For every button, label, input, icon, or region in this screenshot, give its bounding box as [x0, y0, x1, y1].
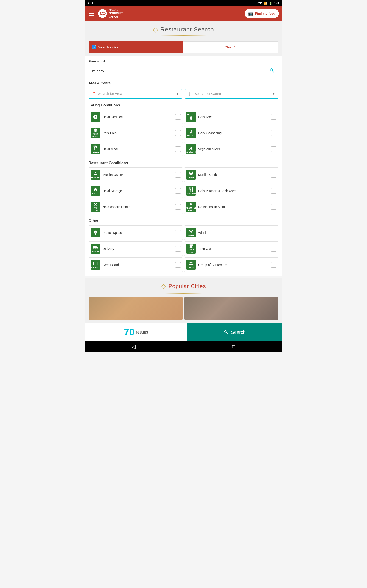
wifi-label: Wi-Fi [198, 231, 271, 234]
hamburger-line-1 [89, 12, 94, 12]
clear-all-button[interactable]: Clear All [183, 41, 278, 53]
condition-take-out[interactable]: TAKE OUT Take Out ✓ [184, 242, 278, 256]
search-button-icon [224, 330, 229, 335]
search-icon [269, 68, 275, 73]
popular-underline [165, 293, 202, 294]
search-button[interactable]: Search [187, 323, 282, 341]
condition-pork-free[interactable]: PORK-FREE Pork Free ✓ [89, 126, 183, 140]
find-food-button[interactable]: 📷 Find my food [244, 9, 279, 18]
main-content: Free word Area & Genre 📍 Search for Area… [85, 56, 282, 276]
home-button[interactable]: ○ [182, 344, 185, 350]
recents-button[interactable]: □ [232, 344, 235, 350]
credit-card-check: ✓ [175, 262, 181, 268]
condition-halal-storage[interactable]: HALAL Halal Storage ✓ [89, 183, 183, 198]
halal-meal-label: Halal Meal [102, 147, 175, 151]
condition-halal-meal[interactable]: HALAL Halal Meal ✓ [89, 142, 183, 156]
page-title-area: ◇ Restaurant Search [85, 21, 282, 39]
condition-prayer-space[interactable]: Prayer Space ✓ [89, 225, 183, 240]
city-card-2[interactable] [184, 297, 278, 320]
search-input-wrapper[interactable] [89, 65, 278, 78]
genre-dropdown[interactable]: 🍴 Search for Genre ▼ [185, 89, 278, 99]
status-bar: A A LTE 📶 🔋 4:42 [85, 0, 282, 6]
condition-halal-kitchen[interactable]: CUTLERY Halal Kitchen & Tableware ✓ [184, 183, 278, 198]
condition-halal-certified[interactable]: Halal Certified ✓ [89, 110, 183, 124]
network-icon: LTE [257, 2, 262, 5]
map-icon: 🗾 [91, 44, 96, 50]
halal-kitchen-check: ✓ [271, 188, 276, 194]
area-genre-label: Area & Genre [89, 78, 278, 87]
android-nav-bar: ◁ ○ □ [85, 341, 282, 352]
vegetarian-meal-label: Vegetarian Meal [198, 147, 271, 151]
delivery-check: ✓ [175, 246, 181, 251]
diamond-icon-left: ◇ [153, 26, 158, 33]
area-genre-row: 📍 Search for Area ▼ 🍴 Search for Genre ▼ [89, 89, 278, 99]
app-icon-a1: A [88, 2, 90, 5]
clear-all-label: Clear All [225, 45, 237, 49]
popular-cities-section: ◇ Popular Cities [85, 278, 282, 323]
muslim-owner-icon: OWNER [91, 170, 100, 180]
condition-group[interactable]: GROUP Group of Customers ✓ [184, 258, 278, 272]
find-food-label: Find my food [255, 12, 275, 15]
city-card-1[interactable] [89, 297, 183, 320]
condition-credit-card[interactable]: CREDIT Credit Card ✓ [89, 258, 183, 272]
search-in-map-button[interactable]: 🗾 Search in Map [89, 41, 183, 53]
no-alcohol-meal-check: ✓ [271, 204, 276, 210]
wifi-check: ✓ [271, 230, 276, 235]
restaurant-conditions-grid: OWNER Muslim Owner ✓ COOK Muslim Cook ✓ … [89, 167, 278, 214]
vegetarian-meal-icon: VEGETARIAN [186, 144, 196, 154]
hamburger-menu-button[interactable] [88, 11, 95, 17]
halal-storage-icon: HALAL [91, 186, 100, 196]
page-title-wrapper: ◇ Restaurant Search [89, 26, 278, 33]
halal-seasoning-label: Halal Seasoning [198, 131, 271, 135]
hamburger-line-3 [89, 15, 94, 16]
time-display: 4:42 [274, 2, 279, 5]
condition-muslim-owner[interactable]: OWNER Muslim Owner ✓ [89, 167, 183, 182]
halal-kitchen-label: Halal Kitchen & Tableware [198, 189, 271, 193]
condition-delivery[interactable]: DELIVERY Delivery ✓ [89, 242, 183, 256]
group-icon: GROUP [186, 260, 196, 270]
prayer-space-icon [91, 228, 100, 237]
no-alcoholic-drinks-label: No Alcoholic Drinks [102, 205, 175, 209]
app-icon-a2: A [92, 2, 94, 5]
muslim-owner-label: Muslim Owner [102, 173, 175, 177]
signal-icon: 📶 [264, 2, 267, 5]
cities-row [89, 297, 278, 320]
location-icon: 📍 [92, 91, 96, 96]
results-label: results [136, 330, 148, 335]
other-grid: Prayer Space ✓ WI-FI Wi-Fi ✓ DELIVERY De… [89, 225, 278, 272]
prayer-space-label: Prayer Space [102, 231, 175, 234]
results-count: 70 [124, 327, 135, 338]
header-left: CO HALALGOURMETJAPAN [88, 8, 123, 19]
bottom-bar: 70 results Search [85, 323, 282, 341]
results-area: 70 results [85, 323, 187, 341]
genre-placeholder: Search for Genre [194, 92, 272, 95]
halal-certified-icon [91, 112, 100, 122]
battery-icon: 🔋 [269, 2, 272, 5]
back-button[interactable]: ◁ [132, 344, 135, 350]
condition-wifi[interactable]: WI-FI Wi-Fi ✓ [184, 225, 278, 240]
free-word-input[interactable] [92, 69, 269, 73]
area-dropdown[interactable]: 📍 Search for Area ▼ [89, 89, 182, 99]
no-alcoholic-drinks-check: ✓ [175, 204, 181, 210]
fork-icon: 🍴 [188, 91, 193, 96]
condition-muslim-cook[interactable]: COOK Muslim Cook ✓ [184, 167, 278, 182]
halal-certified-label: Halal Certified [102, 115, 175, 119]
eating-conditions-title: Eating Conditions [89, 103, 278, 107]
popular-diamond-icon: ◇ [161, 282, 166, 290]
condition-no-alcohol-meal[interactable]: ALCOHOL FREE No Alcohol in Meal ✓ [184, 199, 278, 214]
search-submit-button[interactable] [269, 68, 275, 75]
muslim-cook-label: Muslim Cook [198, 173, 271, 177]
top-actions: 🗾 Search in Map Clear All [85, 39, 282, 56]
title-underline [161, 35, 206, 36]
condition-halal-meat[interactable]: HALAL Halal Meat ✓ [184, 110, 278, 124]
restaurant-conditions-section: Restaurant Conditions OWNER Muslim Owner… [89, 161, 278, 214]
halal-seasoning-icon: HALAL [186, 128, 196, 138]
group-label: Group of Customers [198, 263, 271, 267]
pork-free-check: ✓ [175, 130, 181, 136]
take-out-check: ✓ [271, 246, 276, 251]
condition-vegetarian-meal[interactable]: VEGETARIAN Vegetarian Meal ✓ [184, 142, 278, 156]
condition-halal-seasoning[interactable]: HALAL Halal Seasoning ✓ [184, 126, 278, 140]
map-search-label: Search in Map [98, 45, 120, 49]
logo-area: CO HALALGOURMETJAPAN [98, 8, 123, 19]
condition-no-alcoholic-drinks[interactable]: NO ALCOHOL No Alcoholic Drinks ✓ [89, 199, 183, 214]
